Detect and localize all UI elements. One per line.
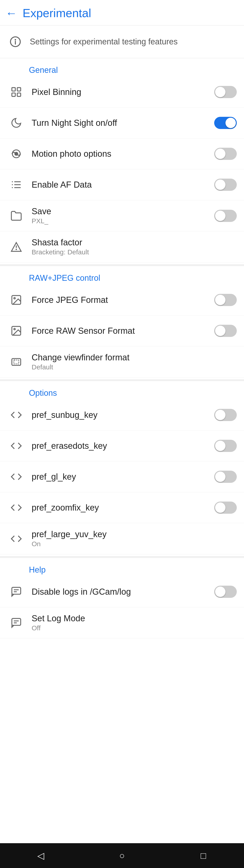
motion-photo-options-icon xyxy=(7,145,25,163)
setting-row-pref-gl-key[interactable]: pref_gl_key xyxy=(0,461,244,492)
svg-rect-27 xyxy=(12,618,21,625)
motion-photo-options-toggle[interactable] xyxy=(214,148,237,160)
force-raw-sensor-format-icon xyxy=(7,322,25,340)
enable-af-data-toggle[interactable] xyxy=(214,179,237,191)
nav-recent-button[interactable]: □ xyxy=(194,846,212,865)
svg-rect-23 xyxy=(14,360,19,364)
section-label-help: Help xyxy=(0,558,244,577)
svg-rect-24 xyxy=(12,587,21,594)
pref-large-yuv-key-title: pref_large_yuv_key xyxy=(32,529,237,539)
setting-row-force-raw-sensor-format[interactable]: Force RAW Sensor Format xyxy=(0,315,244,346)
set-log-mode-title: Set Log Mode xyxy=(32,614,237,623)
pref-zoomfix-key-toggle[interactable] xyxy=(214,501,237,514)
svg-rect-4 xyxy=(17,88,21,91)
setting-row-disable-logs[interactable]: Disable logs in /GCam/log xyxy=(0,577,244,607)
pref-large-yuv-key-icon xyxy=(7,530,25,548)
nav-back-button[interactable]: ◁ xyxy=(32,846,50,865)
setting-row-turn-night-sight[interactable]: Turn Night Sight on/off xyxy=(0,107,244,138)
pref-erasedots-key-toggle[interactable] xyxy=(214,440,237,452)
setting-row-pref-large-yuv-key: pref_large_yuv_keyOn xyxy=(0,523,244,554)
back-button[interactable]: ← xyxy=(5,7,17,19)
pref-gl-key-toggle[interactable] xyxy=(214,471,237,483)
pref-zoomfix-key-icon xyxy=(7,499,25,517)
section-label-raw-jpeg-control: RAW+JPEG control xyxy=(0,266,244,285)
set-log-mode-subtitle: Off xyxy=(32,624,237,632)
svg-rect-6 xyxy=(17,93,21,96)
turn-night-sight-icon xyxy=(7,114,25,132)
disable-logs-icon xyxy=(7,583,25,601)
enable-af-data-icon xyxy=(7,176,25,194)
pref-gl-key-text: pref_gl_key xyxy=(32,472,214,482)
shasta-factor-icon xyxy=(7,238,25,256)
section-label-general: General xyxy=(0,58,244,77)
pref-sunbug-key-text: pref_sunbug_key xyxy=(32,410,214,420)
info-description: Settings for experimental testing featur… xyxy=(30,37,178,46)
setting-row-pref-zoomfix-key[interactable]: pref_zoomfix_key xyxy=(0,492,244,523)
pixel-binning-toggle[interactable] xyxy=(214,86,237,98)
setting-row-pref-sunbug-key[interactable]: pref_sunbug_key xyxy=(0,400,244,431)
info-row: Settings for experimental testing featur… xyxy=(0,26,244,58)
enable-af-data-title: Enable AF Data xyxy=(32,180,214,190)
info-icon xyxy=(7,34,24,50)
pref-sunbug-key-toggle[interactable] xyxy=(214,409,237,421)
app-header: ← Experimental xyxy=(0,0,244,26)
section-label-options: Options xyxy=(0,381,244,400)
setting-row-enable-af-data[interactable]: Enable AF Data xyxy=(0,169,244,200)
shasta-factor-title: Shasta factor xyxy=(32,238,237,247)
save-subtitle: PXL_ xyxy=(32,217,214,225)
setting-row-motion-photo-options[interactable]: Motion photo options xyxy=(0,138,244,169)
svg-point-17 xyxy=(16,249,17,249)
disable-logs-toggle[interactable] xyxy=(214,586,237,598)
setting-row-pixel-binning[interactable]: Pixel Binning xyxy=(0,77,244,107)
setting-row-shasta-factor: Shasta factorBracketing: Default xyxy=(0,231,244,262)
turn-night-sight-text: Turn Night Sight on/off xyxy=(32,118,214,128)
pref-erasedots-key-icon xyxy=(7,437,25,455)
pref-sunbug-key-icon xyxy=(7,406,25,424)
pref-erasedots-key-text: pref_erasedots_key xyxy=(32,441,214,451)
bottom-navigation: ◁ ○ □ xyxy=(0,843,244,868)
force-raw-sensor-format-title: Force RAW Sensor Format xyxy=(32,326,214,336)
svg-point-19 xyxy=(14,298,15,299)
motion-photo-options-text: Motion photo options xyxy=(32,149,214,159)
svg-rect-3 xyxy=(12,88,16,91)
set-log-mode-text: Set Log ModeOff xyxy=(32,614,237,632)
disable-logs-text: Disable logs in /GCam/log xyxy=(32,587,214,597)
setting-row-save[interactable]: SavePXL_ xyxy=(0,200,244,231)
save-toggle[interactable] xyxy=(214,210,237,222)
disable-logs-title: Disable logs in /GCam/log xyxy=(32,587,214,597)
pref-zoomfix-key-text: pref_zoomfix_key xyxy=(32,503,214,513)
force-raw-sensor-format-text: Force RAW Sensor Format xyxy=(32,326,214,336)
force-jpeg-format-icon xyxy=(7,291,25,309)
pref-large-yuv-key-subtitle: On xyxy=(32,540,237,548)
force-raw-sensor-format-toggle[interactable] xyxy=(214,325,237,337)
force-jpeg-format-title: Force JPEG Format xyxy=(32,295,214,305)
change-viewfinder-format-text: Change viewfinder formatDefault xyxy=(32,353,237,371)
change-viewfinder-format-subtitle: Default xyxy=(32,363,237,371)
save-text: SavePXL_ xyxy=(32,207,214,225)
shasta-factor-text: Shasta factorBracketing: Default xyxy=(32,238,237,256)
pref-erasedots-key-title: pref_erasedots_key xyxy=(32,441,214,451)
svg-rect-22 xyxy=(12,358,21,365)
save-icon xyxy=(7,207,25,225)
pref-gl-key-title: pref_gl_key xyxy=(32,472,214,482)
shasta-factor-subtitle: Bracketing: Default xyxy=(32,248,237,256)
force-jpeg-format-toggle[interactable] xyxy=(214,294,237,306)
turn-night-sight-toggle[interactable] xyxy=(214,117,237,129)
turn-night-sight-title: Turn Night Sight on/off xyxy=(32,118,214,128)
page-title: Experimental xyxy=(23,6,91,20)
motion-photo-options-title: Motion photo options xyxy=(32,149,214,159)
pixel-binning-text: Pixel Binning xyxy=(32,87,214,97)
setting-row-force-jpeg-format[interactable]: Force JPEG Format xyxy=(0,285,244,315)
force-jpeg-format-text: Force JPEG Format xyxy=(32,295,214,305)
pref-zoomfix-key-title: pref_zoomfix_key xyxy=(32,503,214,513)
svg-point-21 xyxy=(14,328,15,330)
pref-gl-key-icon xyxy=(7,468,25,486)
change-viewfinder-format-title: Change viewfinder format xyxy=(32,353,237,363)
setting-row-pref-erasedots-key[interactable]: pref_erasedots_key xyxy=(0,431,244,461)
pref-large-yuv-key-text: pref_large_yuv_keyOn xyxy=(32,529,237,548)
setting-row-change-viewfinder-format: Change viewfinder formatDefault xyxy=(0,346,244,377)
svg-rect-5 xyxy=(12,93,16,96)
setting-row-set-log-mode: Set Log ModeOff xyxy=(0,607,244,639)
nav-home-button[interactable]: ○ xyxy=(113,846,131,865)
change-viewfinder-format-icon xyxy=(7,353,25,371)
